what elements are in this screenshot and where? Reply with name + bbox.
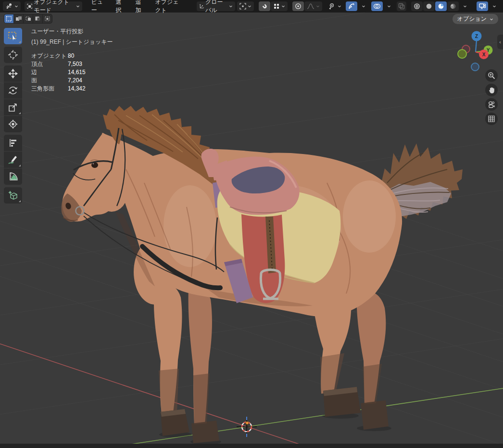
mode-dropdown[interactable]: オブジェクトモード (25, 1, 82, 11)
shading-material-button[interactable] (435, 1, 447, 11)
stat-value: 14,342 (68, 85, 86, 93)
display-toggle-button[interactable] (477, 1, 488, 11)
axis-z-ball[interactable]: Z (472, 31, 482, 41)
pan-button[interactable] (485, 84, 498, 96)
xray-toggle-button[interactable] (397, 1, 406, 11)
shading-wireframe-button[interactable] (411, 1, 423, 11)
overlays-dropdown[interactable] (383, 1, 395, 11)
overlays-toggle-icon (373, 3, 381, 10)
add-cube-tool[interactable] (4, 187, 22, 204)
transform-tool[interactable] (4, 116, 22, 132)
xray-toggle-icon (398, 3, 405, 10)
gizmo-toggle-icon (348, 3, 355, 10)
navigation-gizmo[interactable]: Z Y X (456, 29, 499, 73)
ortho-grid-button[interactable] (485, 113, 498, 125)
chevron-down-icon (229, 4, 233, 8)
pivot-point-dropdown[interactable] (237, 1, 254, 11)
sidebar-collapse-tab[interactable]: ‹ (497, 35, 503, 49)
camera-view-icon (488, 101, 496, 108)
shading-solid-button[interactable] (423, 1, 435, 11)
falloff-curve-icon (307, 3, 314, 10)
chevron-down-icon (14, 4, 18, 8)
stat-value: 7,503 (68, 60, 82, 68)
falloff-dropdown[interactable] (304, 1, 322, 11)
object-origin-dot (246, 422, 249, 424)
stat-label: 面 (31, 77, 68, 85)
collapse-arrow: ‹ (499, 39, 501, 45)
horse-hooves (161, 387, 361, 436)
select-mode-set[interactable] (4, 14, 13, 23)
rotate-tool[interactable] (4, 82, 22, 99)
pivot-point-icon (239, 3, 246, 10)
chevron-down-icon (316, 4, 320, 8)
annotate-tool-icon (8, 154, 18, 165)
pan-hand-icon (488, 86, 495, 94)
chevron-down-icon (463, 4, 467, 8)
viewport-overlay-text: ユーザー・平行投影 (1) 99_REF | シートジョッキー オブジェクト80… (31, 27, 113, 93)
select-mode-invert[interactable] (33, 14, 42, 23)
view-label: ユーザー・平行投影 (31, 27, 113, 35)
transform-orientation-dropdown[interactable]: グローバル (197, 1, 235, 11)
proportional-editing-button[interactable] (292, 1, 304, 11)
visibility-dropdown[interactable] (326, 1, 344, 11)
display-dropdown[interactable] (489, 1, 500, 11)
stat-label: オブジェクト (31, 52, 68, 60)
axis-negative-z-ball[interactable] (471, 63, 479, 71)
select-box-icon (8, 31, 18, 41)
stat-value: 14,615 (68, 68, 86, 77)
options-dropdown[interactable]: オプション (453, 14, 498, 24)
select-mode-intersect[interactable] (43, 14, 52, 23)
move-tool-icon (8, 68, 18, 79)
chevron-down-icon (362, 4, 365, 8)
move-tool[interactable] (4, 65, 22, 82)
select-subtract-icon (25, 16, 32, 22)
axis-x-ball[interactable]: X (479, 50, 489, 59)
3d-cursor (237, 417, 257, 437)
cursor-tool[interactable] (4, 47, 22, 63)
axis-negative-y-ball[interactable] (458, 50, 466, 58)
editor-type-icon (5, 3, 13, 10)
measure-tool[interactable] (4, 168, 22, 185)
annotate-tool[interactable] (4, 152, 22, 168)
3d-viewport[interactable]: オプション ユーザー・平行投影 (1) 99_REF | シートジョッキー オブ… (0, 13, 503, 444)
select-intersect-icon (44, 16, 51, 22)
measure-tool-icon (8, 171, 18, 182)
stat-label: 三角形面 (31, 85, 68, 93)
menu-select[interactable]: 選択 (112, 1, 129, 11)
chevron-down-icon (490, 17, 493, 21)
active-object-label: (1) 99_REF | シートジョッキー (31, 38, 113, 46)
scale-tool-icon (8, 102, 18, 113)
stat-value: 80 (68, 52, 74, 60)
chevron-down-icon (76, 4, 80, 8)
select-box-tool[interactable] (4, 28, 22, 44)
snap-target-dropdown[interactable] (271, 1, 288, 11)
menu-object[interactable]: オブジェクト (151, 1, 187, 11)
scale-tool[interactable] (4, 99, 22, 115)
shading-solid-icon (426, 3, 432, 10)
zoom-button[interactable] (485, 69, 498, 82)
transform-tool-icon (8, 119, 18, 129)
orientation-label: グローバル (205, 0, 227, 14)
gizmo-dropdown[interactable] (358, 1, 369, 11)
chevron-down-icon (492, 4, 496, 8)
stat-value: 7,204 (68, 77, 82, 85)
shading-dropdown[interactable] (459, 1, 471, 11)
chevron-down-icon (338, 4, 341, 8)
editor-type-button[interactable] (3, 1, 21, 11)
snap-toggle-button[interactable] (259, 1, 270, 11)
select-mode-group (4, 14, 52, 24)
camera-view-button[interactable] (485, 98, 498, 111)
menu-view[interactable]: ビュー (87, 1, 110, 11)
align-tool[interactable] (4, 135, 22, 151)
select-mode-extend[interactable] (14, 14, 23, 23)
select-invert-icon (35, 16, 41, 22)
gizmo-toggle-button[interactable] (346, 1, 357, 11)
overlays-toggle-button[interactable] (371, 1, 383, 11)
transform-orientation-icon (199, 3, 204, 10)
shading-rendered-button[interactable] (447, 1, 459, 11)
options-label: オプション (457, 15, 487, 23)
menu-add[interactable]: 追加 (131, 1, 149, 11)
select-mode-subtract[interactable] (24, 14, 33, 23)
svg-text:X: X (482, 52, 486, 57)
horse-model[interactable] (62, 106, 463, 444)
